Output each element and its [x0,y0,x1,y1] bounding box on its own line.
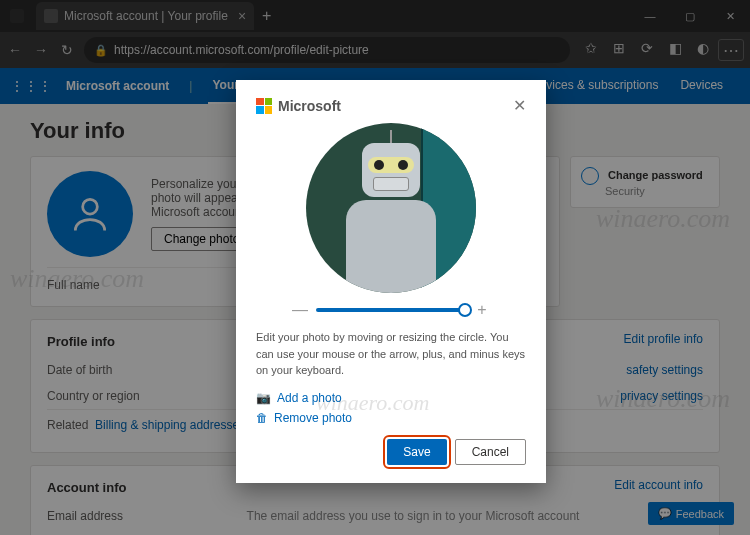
microsoft-icon [256,98,272,114]
zoom-slider[interactable] [316,308,466,312]
zoom-out-button[interactable]: — [292,301,308,319]
remove-photo-link[interactable]: 🗑Remove photo [256,411,526,425]
slider-thumb[interactable] [458,303,472,317]
save-button[interactable]: Save [387,439,446,465]
cancel-button[interactable]: Cancel [455,439,526,465]
modal-help-text: Edit your photo by moving or resizing th… [256,329,526,379]
microsoft-logo: Microsoft [256,98,341,114]
modal-close-button[interactable]: ✕ [513,96,526,115]
edit-photo-modal: Microsoft ✕ — + Edit your photo by movin… [236,80,546,483]
zoom-in-button[interactable]: + [474,301,490,319]
trash-icon: 🗑 [256,411,268,425]
camera-icon: 📷 [256,391,271,405]
photo-crop-area[interactable] [306,123,476,293]
add-photo-link[interactable]: 📷Add a photo [256,391,526,405]
